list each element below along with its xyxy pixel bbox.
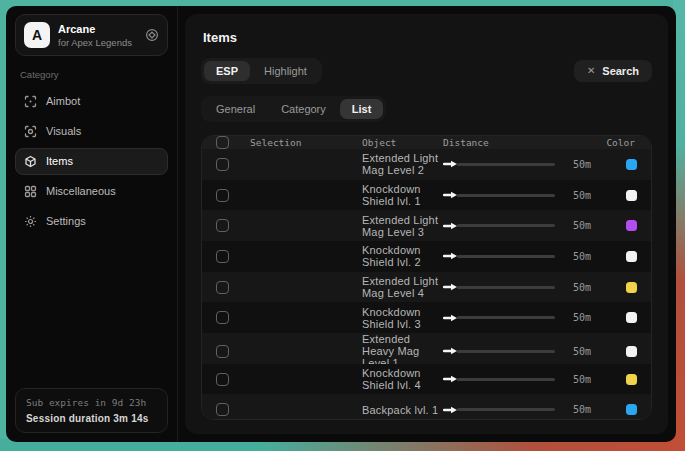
distance-slider[interactable] [443, 406, 555, 414]
row-checkbox[interactable] [216, 281, 229, 294]
brand-text: Arcane for Apex Legends [58, 23, 132, 48]
color-swatch[interactable] [626, 282, 637, 293]
distance-slider[interactable] [443, 191, 555, 199]
search-button[interactable]: ✕ Search [574, 60, 652, 82]
gem-icon[interactable] [145, 28, 159, 42]
color-cell [591, 220, 637, 231]
color-swatch[interactable] [626, 251, 637, 262]
distance-cell: 50m [443, 159, 591, 170]
table-header-row: Selection Object Distance Color [202, 136, 651, 149]
table-row: Extended Light Mag Level 3 50m [202, 210, 651, 241]
item-object-label: Backpack lvl. 1 [362, 404, 443, 416]
sidebar-item-label: Settings [46, 215, 86, 227]
item-object-label: Extended Light Mag Level 3 [362, 214, 443, 238]
distance-slider[interactable] [443, 283, 555, 291]
color-cell [591, 190, 637, 201]
row-checkbox[interactable] [216, 373, 229, 386]
view-tabs: General Category List [201, 96, 386, 122]
row-checkbox[interactable] [216, 158, 229, 171]
table-row: Knockdown Shield lvl. 2 50m [202, 241, 651, 272]
sidebar-item-label: Aimbot [46, 95, 80, 107]
distance-slider[interactable] [443, 160, 555, 168]
sidebar-item-aimbot[interactable]: Aimbot [15, 88, 168, 115]
sidebar-item-settings[interactable]: Settings [15, 208, 168, 235]
color-swatch[interactable] [626, 374, 637, 385]
distance-cell: 50m [443, 282, 591, 293]
distance-cell: 50m [443, 220, 591, 231]
color-swatch[interactable] [626, 190, 637, 201]
sidebar: A Arcane for Apex Legends Category Aimbo [6, 6, 178, 442]
brand-subtitle: for Apex Legends [58, 37, 132, 48]
row-checkbox[interactable] [216, 219, 229, 232]
view-tabs-row: General Category List [201, 96, 652, 122]
slider-track[interactable] [457, 378, 555, 381]
color-swatch[interactable] [626, 404, 637, 415]
distance-value: 50m [565, 159, 591, 170]
table-row: Knockdown Shield lvl. 1 50m [202, 180, 651, 211]
distance-value: 50m [565, 346, 591, 357]
table-row: Extended Light Mag Level 4 50m [202, 272, 651, 303]
sidebar-item-items[interactable]: Items [15, 148, 168, 175]
subscription-card: Sub expires in 9d 23h Session duration 3… [15, 388, 168, 433]
tab-category[interactable]: Category [269, 99, 338, 119]
table-row: Backpack lvl. 1 50m [202, 394, 651, 420]
item-object-label: Extended Light Mag Level 2 [362, 152, 443, 176]
scan-eye-icon [24, 125, 37, 138]
slider-track[interactable] [457, 224, 555, 227]
distance-slider[interactable] [443, 314, 555, 322]
sidebar-item-miscellaneous[interactable]: Miscellaneous [15, 178, 168, 205]
x-icon: ✕ [587, 66, 595, 76]
distance-slider[interactable] [443, 222, 555, 230]
distance-value: 50m [565, 312, 591, 323]
row-checkbox[interactable] [216, 189, 229, 202]
table-row: Knockdown Shield lvl. 4 50m [202, 364, 651, 395]
color-swatch[interactable] [626, 159, 637, 170]
tab-highlight[interactable]: Highlight [252, 61, 319, 81]
table-row: Extended Light Mag Level 2 50m [202, 149, 651, 180]
slider-track[interactable] [457, 350, 555, 353]
color-cell [591, 312, 637, 323]
item-object-label: Knockdown Shield lvl. 2 [362, 244, 443, 268]
color-swatch[interactable] [626, 312, 637, 323]
tab-esp[interactable]: ESP [204, 61, 250, 81]
table-row: Knockdown Shield lvl. 3 50m [202, 302, 651, 333]
tab-general[interactable]: General [204, 99, 267, 119]
slider-track[interactable] [457, 194, 555, 197]
distance-cell: 50m [443, 404, 591, 415]
color-swatch[interactable] [626, 346, 637, 357]
row-checkbox[interactable] [216, 311, 229, 324]
distance-cell: 50m [443, 346, 591, 357]
sidebar-item-label: Miscellaneous [46, 185, 116, 197]
distance-value: 50m [565, 251, 591, 262]
row-checkbox[interactable] [216, 250, 229, 263]
sidebar-item-visuals[interactable]: Visuals [15, 118, 168, 145]
column-header-distance: Distance [443, 137, 591, 148]
slider-track[interactable] [457, 316, 555, 319]
color-cell [591, 346, 637, 357]
row-checkbox[interactable] [216, 345, 229, 358]
main-panel: Items ESP Highlight ✕ Search General Cat… [185, 14, 668, 434]
column-header-color: Color [591, 137, 637, 148]
column-header-object: Object [362, 137, 443, 148]
items-table: Selection Object Distance Color Extended… [201, 135, 652, 420]
slider-track[interactable] [457, 408, 555, 411]
session-duration-text: Session duration 3m 14s [26, 413, 157, 424]
row-checkbox[interactable] [216, 403, 229, 416]
distance-slider[interactable] [443, 375, 555, 383]
slider-track[interactable] [457, 255, 555, 258]
package-icon [24, 155, 37, 168]
select-all-checkbox[interactable] [216, 136, 229, 149]
distance-slider[interactable] [443, 347, 555, 355]
slider-track[interactable] [457, 163, 555, 166]
tab-list[interactable]: List [340, 99, 384, 119]
slider-track[interactable] [457, 286, 555, 289]
color-swatch[interactable] [626, 220, 637, 231]
distance-value: 50m [565, 374, 591, 385]
sub-expires-text: Sub expires in 9d 23h [26, 397, 157, 408]
sidebar-item-label: Items [46, 155, 73, 167]
gear-icon [24, 215, 37, 228]
distance-cell: 50m [443, 251, 591, 262]
item-object-label: Knockdown Shield lvl. 3 [362, 306, 443, 330]
distance-slider[interactable] [443, 252, 555, 260]
app-window: A Arcane for Apex Legends Category Aimbo [6, 6, 676, 442]
